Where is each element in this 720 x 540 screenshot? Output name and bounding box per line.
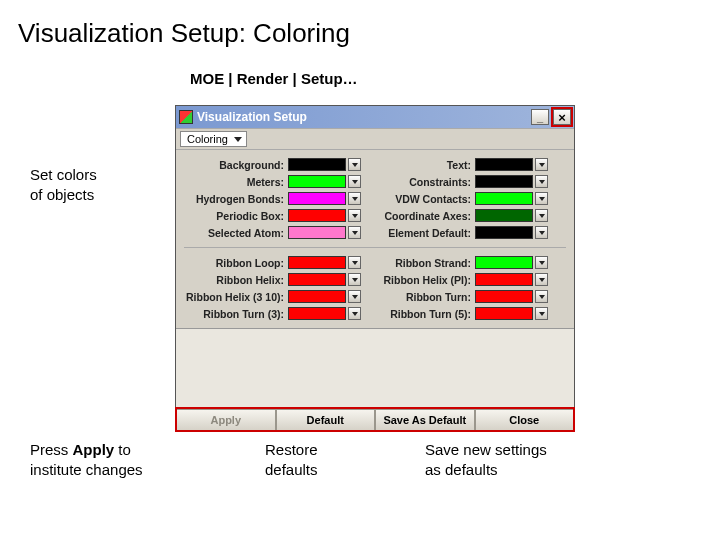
chevron-down-icon — [352, 261, 358, 265]
color-swatch[interactable] — [288, 192, 346, 205]
window-visualization-setup: Visualization Setup _ × Coloring Backgro… — [175, 105, 575, 432]
titlebar[interactable]: Visualization Setup _ × — [176, 106, 574, 128]
color-label: Coordinate Axes: — [373, 210, 473, 222]
minimize-button[interactable]: _ — [531, 109, 549, 125]
color-dropdown[interactable] — [348, 307, 361, 320]
color-dropdown[interactable] — [535, 192, 548, 205]
color-dropdown[interactable] — [348, 273, 361, 286]
color-row: Ribbon Helix:Ribbon Helix (PI): — [184, 271, 566, 288]
color-dropdown[interactable] — [535, 273, 548, 286]
color-label: Periodic Box: — [184, 210, 286, 222]
page-title: Visualization Setup: Coloring — [0, 0, 720, 49]
color-label: Text: — [373, 159, 473, 171]
color-swatch[interactable] — [288, 290, 346, 303]
color-dropdown[interactable] — [348, 256, 361, 269]
color-label: Ribbon Strand: — [373, 257, 473, 269]
color-label: Ribbon Helix: — [184, 274, 286, 286]
color-row: Periodic Box:Coordinate Axes: — [184, 207, 566, 224]
chevron-down-icon — [539, 180, 545, 184]
chevron-down-icon — [539, 231, 545, 235]
color-dropdown[interactable] — [535, 226, 548, 239]
color-swatch[interactable] — [475, 226, 533, 239]
color-dropdown[interactable] — [535, 175, 548, 188]
color-row: Background:Text: — [184, 156, 566, 173]
color-row: Ribbon Helix (3 10):Ribbon Turn: — [184, 288, 566, 305]
chevron-down-icon — [352, 231, 358, 235]
color-dropdown[interactable] — [535, 256, 548, 269]
color-label: Ribbon Turn (5): — [373, 308, 473, 320]
tab-bar: Coloring — [176, 128, 574, 150]
color-dropdown[interactable] — [348, 209, 361, 222]
chevron-down-icon — [234, 137, 242, 142]
app-icon — [179, 110, 193, 124]
color-swatch[interactable] — [475, 307, 533, 320]
color-label: VDW Contacts: — [373, 193, 473, 205]
color-dropdown[interactable] — [535, 209, 548, 222]
annot-set-colors: Set colorsof objects — [30, 165, 97, 204]
annot-save-new: Save new settingsas defaults — [425, 440, 547, 479]
apply-button[interactable]: Apply — [176, 409, 276, 431]
color-panel: Background:Text:Meters:Constraints:Hydro… — [176, 150, 574, 328]
chevron-down-icon — [539, 261, 545, 265]
chevron-down-icon — [352, 214, 358, 218]
annot-restore: Restoredefaults — [265, 440, 318, 479]
color-swatch[interactable] — [475, 256, 533, 269]
color-label: Ribbon Helix (3 10): — [184, 291, 286, 303]
color-dropdown[interactable] — [348, 158, 361, 171]
color-row: Meters:Constraints: — [184, 173, 566, 190]
footer-bar: Apply Default Save As Default Close — [176, 408, 574, 431]
window-title: Visualization Setup — [197, 110, 527, 124]
color-swatch[interactable] — [288, 256, 346, 269]
chevron-down-icon — [539, 295, 545, 299]
color-swatch[interactable] — [288, 226, 346, 239]
color-swatch[interactable] — [475, 290, 533, 303]
color-label: Hydrogen Bonds: — [184, 193, 286, 205]
color-swatch[interactable] — [288, 273, 346, 286]
color-swatch[interactable] — [288, 175, 346, 188]
color-swatch[interactable] — [288, 209, 346, 222]
color-row: Hydrogen Bonds:VDW Contacts: — [184, 190, 566, 207]
color-label: Ribbon Turn: — [373, 291, 473, 303]
color-dropdown[interactable] — [348, 226, 361, 239]
panel-empty-area — [176, 328, 574, 408]
color-row: Ribbon Turn (3):Ribbon Turn (5): — [184, 305, 566, 322]
chevron-down-icon — [352, 278, 358, 282]
color-label: Constraints: — [373, 176, 473, 188]
close-footer-button[interactable]: Close — [475, 409, 575, 431]
default-button[interactable]: Default — [276, 409, 376, 431]
color-dropdown[interactable] — [348, 290, 361, 303]
color-swatch[interactable] — [288, 158, 346, 171]
color-label: Element Default: — [373, 227, 473, 239]
color-label: Meters: — [184, 176, 286, 188]
color-swatch[interactable] — [475, 158, 533, 171]
color-swatch[interactable] — [475, 192, 533, 205]
save-as-default-button[interactable]: Save As Default — [375, 409, 475, 431]
color-swatch[interactable] — [288, 307, 346, 320]
chevron-down-icon — [352, 295, 358, 299]
color-dropdown[interactable] — [535, 307, 548, 320]
color-dropdown[interactable] — [348, 175, 361, 188]
chevron-down-icon — [539, 214, 545, 218]
close-button[interactable]: × — [553, 109, 571, 125]
tab-select-coloring[interactable]: Coloring — [180, 131, 247, 147]
color-label: Ribbon Loop: — [184, 257, 286, 269]
tab-label: Coloring — [187, 133, 228, 145]
chevron-down-icon — [352, 312, 358, 316]
chevron-down-icon — [352, 163, 358, 167]
chevron-down-icon — [352, 180, 358, 184]
text: Press — [30, 441, 73, 458]
color-row: Ribbon Loop:Ribbon Strand: — [184, 254, 566, 271]
breadcrumb: MOE | Render | Setup… — [190, 70, 358, 87]
color-dropdown[interactable] — [535, 290, 548, 303]
color-dropdown[interactable] — [348, 192, 361, 205]
color-swatch[interactable] — [475, 209, 533, 222]
chevron-down-icon — [539, 312, 545, 316]
chevron-down-icon — [352, 197, 358, 201]
color-label: Ribbon Helix (PI): — [373, 274, 473, 286]
color-label: Selected Atom: — [184, 227, 286, 239]
color-dropdown[interactable] — [535, 158, 548, 171]
chevron-down-icon — [539, 278, 545, 282]
color-swatch[interactable] — [475, 273, 533, 286]
chevron-down-icon — [539, 163, 545, 167]
color-swatch[interactable] — [475, 175, 533, 188]
